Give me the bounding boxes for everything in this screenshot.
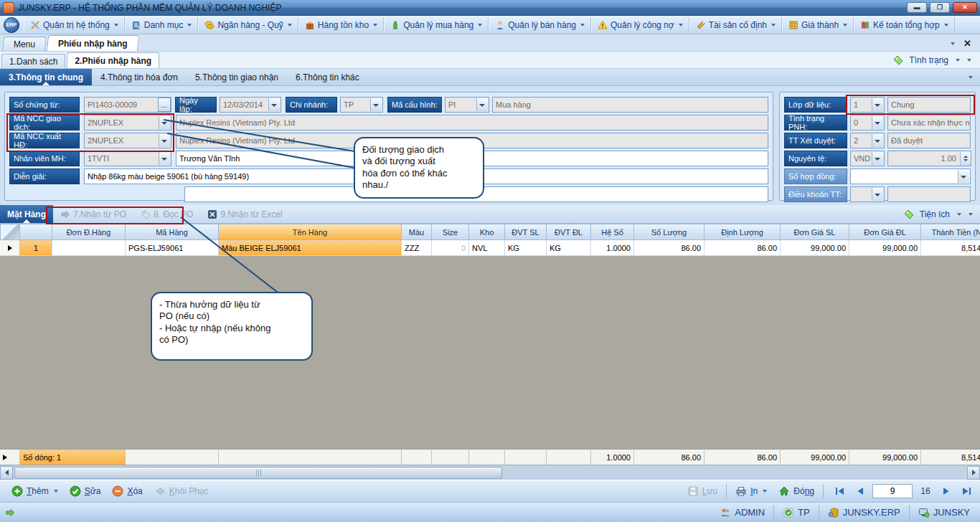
them-button[interactable]: Thêm	[6, 483, 64, 500]
in-dropdown-icon[interactable]	[763, 490, 767, 493]
cell-kho[interactable]: NVL	[469, 240, 505, 256]
doc-po-button[interactable]: 8. Đọc PO	[133, 205, 200, 223]
col-he-so[interactable]: Hệ Số	[591, 224, 634, 240]
menu-item-purchasing[interactable]: Quản lý mua hàng	[384, 17, 489, 33]
tab-danh-sach[interactable]: 1.Danh sách	[1, 54, 65, 68]
nguyen-te-combo[interactable]: VND	[850, 151, 885, 166]
tab-thong-tin-khac[interactable]: 6.Thông tin khác	[287, 69, 368, 85]
tab-thong-tin-giao-nhan[interactable]: 5.Thông tin giao nhận	[187, 69, 287, 85]
cell-don-d-hang[interactable]	[52, 240, 126, 256]
cell-he-so[interactable]: 1.0000	[591, 240, 634, 256]
cell-ten-hang[interactable]: Màu BEIGE ELJ59061	[219, 240, 402, 256]
col-dvt-dl[interactable]: ĐVT ĐL	[547, 224, 591, 240]
col-mau[interactable]: Màu	[402, 224, 432, 240]
menu-item-accounting[interactable]: Kế toán tổng hợp	[854, 17, 955, 33]
menu-item-catalog[interactable]: Danh mục	[125, 17, 199, 33]
next-page-button[interactable]	[938, 484, 954, 498]
them-dropdown-icon[interactable]	[54, 490, 58, 493]
nhan-vien-mh-combo[interactable]: 1TVTI	[84, 151, 171, 166]
status-filter-label[interactable]: Tình trạng	[909, 55, 948, 65]
cell-mau[interactable]: ZZZ	[402, 240, 432, 256]
prev-page-button[interactable]	[852, 484, 868, 498]
erp-orb-button[interactable]: ERP	[4, 17, 19, 33]
restore-button[interactable]: ❐	[930, 2, 950, 13]
grid-options-dropdown-icon[interactable]	[969, 213, 973, 216]
col-don-gia-sl[interactable]: Đơn Giá SL	[781, 224, 849, 240]
menu-item-sales[interactable]: Quản lý bán hàng	[489, 17, 591, 33]
col-don-gia-dl[interactable]: Đơn Giá ĐL	[849, 224, 921, 240]
nhan-tu-excel-button[interactable]: 9.Nhận từ Excel	[200, 205, 289, 223]
tab-phieu-nhap-hang[interactable]: Phiếu nhập hàng	[47, 35, 139, 51]
nhan-tu-po-button[interactable]: 7.Nhận từ PO	[53, 205, 133, 223]
tinh-trang-pnh-combo[interactable]: 0	[850, 115, 885, 130]
col-size[interactable]: Size	[432, 224, 469, 240]
col-ten-hang[interactable]: Tên Hàng	[219, 224, 402, 240]
cell-thanh-tien[interactable]: 8,514,000	[921, 240, 980, 256]
dieu-khoan-tt-combo[interactable]	[850, 186, 885, 202]
ma-cau-hinh-combo[interactable]: PI	[445, 97, 489, 113]
last-page-button[interactable]	[958, 484, 974, 498]
menu-item-bank[interactable]: Ngân hàng - Quỹ	[198, 17, 298, 33]
so-hop-dong-combo[interactable]	[850, 169, 971, 184]
scroll-left-button[interactable]	[0, 466, 13, 480]
ty-gia-field[interactable]: 1.00	[887, 151, 971, 166]
col-ma-hang[interactable]: Mã Hàng	[126, 224, 219, 240]
so-chung-tu-browse-button[interactable]: ...	[158, 98, 171, 112]
tien-ich-label[interactable]: Tiện ích	[920, 209, 950, 219]
cell-ma-hang[interactable]: PGS-ELJ59061	[126, 240, 219, 256]
menu-item-costing[interactable]: Giá thành	[782, 17, 854, 33]
luu-button[interactable]: Lưu	[682, 483, 723, 500]
ngay-lap-datepicker[interactable]: 12/03/2014	[220, 97, 281, 113]
menu-item-debt[interactable]: Quản lý công nợ	[591, 17, 689, 33]
close-button[interactable]: ✕	[953, 2, 977, 13]
tab-mat-hang[interactable]: Mặt Hàng	[0, 205, 53, 223]
tien-ich-dropdown-icon[interactable]	[957, 213, 961, 216]
tab-thong-tin-hoa-don[interactable]: 4.Thông tin hóa đơn	[92, 69, 187, 85]
cell-size[interactable]: 0	[432, 240, 469, 256]
scroll-right-button[interactable]	[967, 466, 980, 480]
cell-don-gia-dl[interactable]: 99,000.00	[849, 240, 921, 256]
horizontal-scrollbar[interactable]	[0, 465, 980, 480]
scrollbar-thumb[interactable]	[14, 467, 502, 479]
cell-dvt-dl[interactable]: KG	[547, 240, 591, 256]
ma-ncc-xuat-hd-combo[interactable]: 2NUPLEX	[84, 133, 171, 148]
ty-gia-spinner[interactable]	[960, 151, 971, 166]
col-dvt-sl[interactable]: ĐVT SL	[505, 224, 547, 240]
row-selector-header[interactable]	[0, 224, 20, 240]
tt-xet-duyet-combo[interactable]: 2	[850, 133, 885, 148]
cell-dinh-luong[interactable]: 86.00	[705, 240, 781, 256]
col-kho[interactable]: Kho	[469, 224, 505, 240]
row-selector-cell[interactable]	[0, 240, 20, 256]
first-page-button[interactable]	[832, 484, 848, 498]
dong-button[interactable]: Đóng	[773, 483, 820, 500]
table-row[interactable]: 1 PGS-ELJ59061 Màu BEIGE ELJ59061 ZZZ 0 …	[0, 240, 980, 256]
tab-phieu-nhap-hang-detail[interactable]: 2.Phiếu nhập hàng	[67, 52, 159, 68]
ma-ncc-giao-dich-combo[interactable]: 2NUPLEX	[84, 115, 171, 130]
khoi-phuc-button[interactable]: Khôi Phục	[149, 483, 215, 500]
sua-button[interactable]: Sửa	[64, 483, 107, 500]
close-tab-icon[interactable]: ✕	[963, 39, 971, 48]
cell-don-gia-sl[interactable]: 99,000.00	[781, 240, 849, 256]
status-filter-dropdown-icon[interactable]	[956, 59, 960, 62]
menu-item-system[interactable]: Quản trị hệ thống	[24, 17, 125, 33]
col-dinh-luong[interactable]: Định Lượng	[705, 224, 781, 240]
section-dropdown-icon[interactable]	[969, 76, 973, 79]
chi-nhanh-combo[interactable]: TP	[340, 97, 383, 113]
col-don-d-hang[interactable]: Đơn Đ.Hàng	[52, 224, 126, 240]
xoa-button[interactable]: Xóa	[106, 483, 148, 500]
cell-dvt-sl[interactable]: KG	[505, 240, 547, 256]
lop-du-lieu-combo[interactable]: 1	[850, 97, 885, 113]
tab-menu[interactable]: Menu	[2, 37, 47, 51]
in-button[interactable]: In	[730, 483, 773, 500]
menu-item-inventory[interactable]: Hàng tồn kho	[298, 17, 384, 33]
col-thanh-tien[interactable]: Thành Tiền (NT)	[921, 224, 980, 240]
cell-so-luong[interactable]: 86.00	[634, 240, 705, 256]
tab-thong-tin-chung[interactable]: 3.Thông tin chung	[0, 69, 92, 85]
row-number-header[interactable]	[20, 224, 52, 240]
panel-dropdown-icon[interactable]	[967, 59, 971, 62]
minimize-button[interactable]: ▬	[907, 2, 927, 13]
tab-list-dropdown-icon[interactable]	[951, 42, 955, 45]
col-so-luong[interactable]: Số Lượng	[634, 224, 705, 240]
menu-item-assets[interactable]: Tài sản cố định	[689, 17, 782, 33]
current-page-input[interactable]: 9	[872, 484, 913, 498]
